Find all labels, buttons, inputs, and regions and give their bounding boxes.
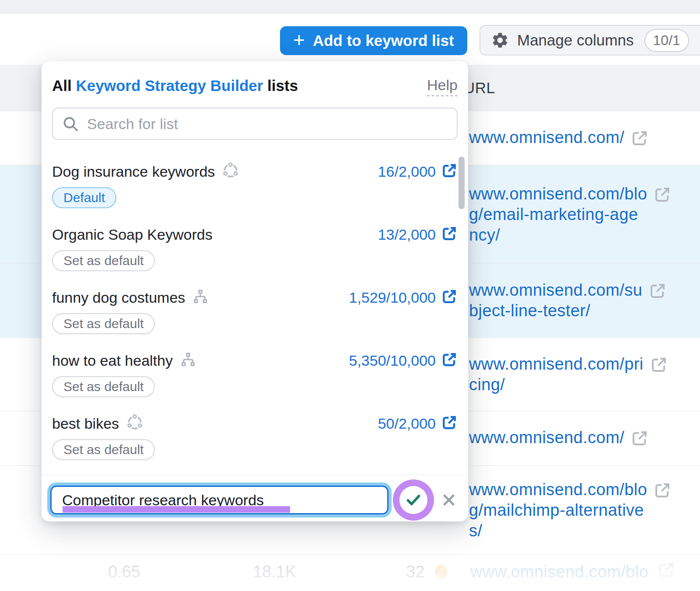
- list-item-row[interactable]: how to eat healthy 5,350/10,000: [52, 350, 458, 371]
- keyword-lists: Dog insurance keywords 16/2,000 Default: [42, 151, 468, 466]
- new-list-input-wrap: [50, 486, 388, 514]
- keyword-lists-dropdown: All Keyword Strategy Builder lists Help …: [42, 61, 468, 521]
- set-as-default-button[interactable]: Set as default: [52, 439, 155, 460]
- dropdown-header: All Keyword Strategy Builder lists Help: [42, 61, 468, 96]
- gear-icon: [491, 31, 509, 49]
- bottom-fade-overlay: [0, 555, 700, 591]
- default-badge: Default: [52, 187, 116, 208]
- confirm-annotation-ring: [393, 479, 434, 521]
- list-item: funny dog costumes 1,529/10,000 Set as d…: [52, 277, 458, 340]
- external-link-icon[interactable]: [653, 481, 672, 501]
- cancel-button[interactable]: [438, 490, 459, 511]
- confirm-button[interactable]: [399, 486, 427, 514]
- sitemap-icon: [180, 351, 196, 370]
- cluster-icon: [222, 162, 239, 181]
- manage-columns-button[interactable]: Manage columns 10/1: [480, 25, 700, 56]
- url-link[interactable]: www.omnisend.com/: [469, 427, 624, 448]
- close-icon: [440, 491, 458, 509]
- list-item: Dog insurance keywords 16/2,000 Default: [52, 151, 458, 214]
- list-item: how to eat healthy 5,350/10,000 Set as d…: [52, 340, 458, 403]
- set-as-default-button[interactable]: Set as default: [52, 376, 155, 397]
- screen: + Add to keyword list Manage columns 10/…: [0, 0, 700, 591]
- url-link[interactable]: g/mailchimp-alternative: [469, 500, 647, 521]
- external-link-icon[interactable]: [630, 429, 649, 449]
- url-link[interactable]: www.omnisend.com/blo: [469, 184, 647, 204]
- list-count-link[interactable]: 1,529/10,000: [349, 289, 436, 306]
- list-name: Dog insurance keywords: [52, 163, 215, 180]
- set-as-default-button[interactable]: Set as default: [52, 313, 155, 334]
- url-link[interactable]: www.omnisend.com/blo: [469, 479, 647, 500]
- sitemap-icon: [192, 288, 209, 307]
- list-item: Organic Soap Keywords 13/2,000 Set as de…: [52, 214, 458, 277]
- url-column-header: URL: [464, 79, 495, 97]
- external-link-icon[interactable]: [441, 162, 458, 181]
- external-link-icon[interactable]: [441, 414, 458, 433]
- list-count-link[interactable]: 13/2,000: [378, 226, 436, 243]
- new-list-name-input[interactable]: [50, 486, 388, 514]
- new-list-row: [42, 475, 468, 521]
- plus-icon: +: [293, 30, 305, 50]
- list-name: how to eat healthy: [52, 352, 173, 369]
- url-link[interactable]: bject-line-tester/: [469, 301, 642, 321]
- url-link[interactable]: cing/: [469, 374, 644, 395]
- external-link-icon[interactable]: [653, 185, 672, 206]
- search-input[interactable]: [86, 115, 448, 133]
- list-count-link[interactable]: 50/2,000: [378, 415, 436, 432]
- help-link[interactable]: Help: [427, 76, 458, 96]
- list-count-link[interactable]: 5,350/10,000: [349, 352, 436, 369]
- list-name: Organic Soap Keywords: [52, 226, 213, 243]
- list-item-row[interactable]: Organic Soap Keywords 13/2,000: [52, 224, 458, 245]
- list-item-row[interactable]: funny dog costumes 1,529/10,000: [52, 287, 458, 308]
- columns-count-badge: 10/1: [644, 29, 689, 52]
- list-name: best bikes: [52, 415, 119, 432]
- external-link-icon[interactable]: [441, 351, 458, 370]
- url-link[interactable]: www.omnisend.com/: [469, 127, 624, 148]
- dropdown-scrollbar-thumb[interactable]: [458, 157, 465, 209]
- add-to-keyword-list-label: Add to keyword list: [313, 32, 454, 49]
- top-strip: [0, 0, 700, 14]
- set-as-default-button[interactable]: Set as default: [52, 250, 155, 271]
- list-item-row[interactable]: Dog insurance keywords 16/2,000: [52, 161, 458, 182]
- external-link-icon[interactable]: [648, 282, 667, 302]
- list-search-box: [52, 108, 458, 140]
- cluster-icon: [126, 414, 144, 433]
- url-link[interactable]: www.omnisend.com/su: [469, 280, 642, 301]
- add-to-keyword-list-button[interactable]: + Add to keyword list: [280, 26, 467, 55]
- manage-columns-label: Manage columns: [517, 31, 634, 49]
- list-item-row[interactable]: best bikes 50/2,000: [52, 413, 458, 434]
- url-link[interactable]: s/: [469, 521, 647, 541]
- check-icon: [405, 491, 422, 509]
- external-link-icon[interactable]: [441, 288, 458, 307]
- url-link[interactable]: www.omnisend.com/pri: [469, 354, 644, 374]
- url-link[interactable]: ncy/: [469, 225, 647, 245]
- keyword-strategy-builder-link[interactable]: Keyword Strategy Builder: [76, 77, 263, 94]
- external-link-icon[interactable]: [441, 225, 458, 244]
- title-all: All: [52, 77, 72, 94]
- list-item: best bikes 50/2,000 Set as default: [52, 403, 458, 466]
- faded-table-row: 0.65 18.1K 32 www.omnisend.com/blo: [0, 555, 700, 591]
- list-count-link[interactable]: 16/2,000: [378, 163, 436, 180]
- url-link[interactable]: g/email-marketing-age: [469, 204, 647, 225]
- external-link-icon[interactable]: [650, 356, 668, 376]
- search-icon: [62, 115, 79, 133]
- list-name: funny dog costumes: [52, 289, 185, 306]
- dropdown-title: All Keyword Strategy Builder lists: [52, 76, 298, 95]
- title-lists: lists: [267, 77, 298, 94]
- external-link-icon[interactable]: [630, 129, 649, 149]
